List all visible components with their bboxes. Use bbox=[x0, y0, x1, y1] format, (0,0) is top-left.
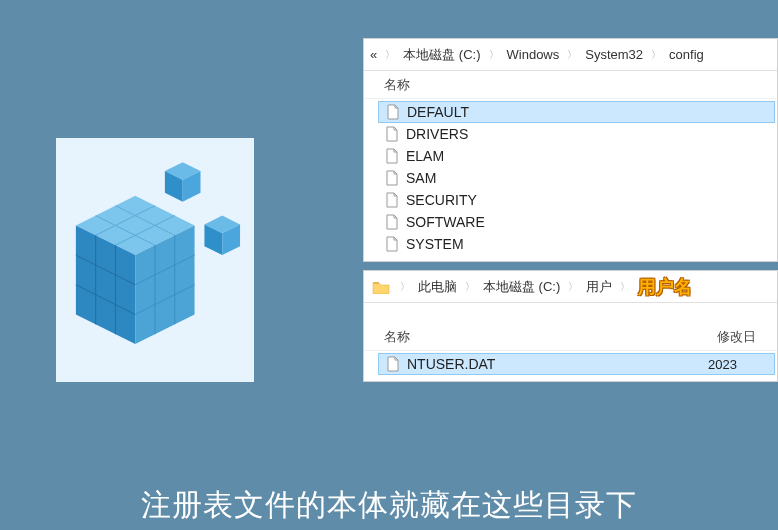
file-icon bbox=[384, 236, 400, 252]
breadcrumb[interactable]: « 〉 本地磁盘 (C:) 〉 Windows 〉 System32 〉 con… bbox=[364, 39, 777, 71]
file-row[interactable]: SECURITY bbox=[378, 189, 777, 211]
file-icon bbox=[384, 148, 400, 164]
file-icon bbox=[385, 356, 401, 372]
file-icon bbox=[385, 104, 401, 120]
file-row[interactable]: SYSTEM bbox=[378, 233, 777, 255]
breadcrumb-segment[interactable]: 本地磁盘 (C:) bbox=[401, 46, 482, 64]
breadcrumb-segment[interactable]: config bbox=[667, 47, 706, 62]
file-name: ELAM bbox=[406, 148, 771, 164]
file-name: SOFTWARE bbox=[406, 214, 771, 230]
column-headers: 名称 bbox=[364, 71, 777, 99]
chevron-right-icon: 〉 bbox=[459, 280, 481, 294]
column-header-name[interactable]: 名称 bbox=[384, 328, 717, 346]
file-icon bbox=[384, 192, 400, 208]
chevron-right-icon: 〉 bbox=[483, 48, 505, 62]
file-name: SAM bbox=[406, 170, 771, 186]
chevron-right-icon: 〉 bbox=[394, 280, 416, 294]
file-icon bbox=[384, 214, 400, 230]
breadcrumb-segment[interactable]: System32 bbox=[583, 47, 645, 62]
chevron-right-icon: 〉 bbox=[614, 280, 636, 294]
explorer-window-user: 〉 此电脑 〉 本地磁盘 (C:) 〉 用户 〉 用户名 名称 修改日 NTUS… bbox=[363, 270, 778, 382]
breadcrumb-segment[interactable]: 此电脑 bbox=[416, 278, 459, 296]
breadcrumb-segment[interactable]: 本地磁盘 (C:) bbox=[481, 278, 562, 296]
breadcrumb[interactable]: 〉 此电脑 〉 本地磁盘 (C:) 〉 用户 〉 用户名 bbox=[364, 271, 777, 303]
chevron-right-icon: 〉 bbox=[645, 48, 667, 62]
file-icon bbox=[384, 170, 400, 186]
file-name: DEFAULT bbox=[407, 104, 768, 120]
file-name: SYSTEM bbox=[406, 236, 771, 252]
chevron-right-icon: 〉 bbox=[561, 48, 583, 62]
column-header-name[interactable]: 名称 bbox=[384, 76, 777, 94]
breadcrumb-segment[interactable]: Windows bbox=[505, 47, 562, 62]
file-name: SECURITY bbox=[406, 192, 771, 208]
chevron-right-icon: 〉 bbox=[562, 280, 584, 294]
file-name: DRIVERS bbox=[406, 126, 771, 142]
file-icon bbox=[384, 126, 400, 142]
breadcrumb-segment-highlight[interactable]: 用户名 bbox=[636, 275, 694, 299]
breadcrumb-overflow[interactable]: « bbox=[368, 47, 379, 62]
chevron-right-icon: 〉 bbox=[379, 48, 401, 62]
folder-icon bbox=[372, 278, 390, 296]
file-date: 2023 bbox=[708, 357, 768, 372]
file-row[interactable]: DRIVERS bbox=[378, 123, 777, 145]
column-headers: 名称 修改日 bbox=[364, 323, 777, 351]
file-row[interactable]: DEFAULT bbox=[378, 101, 775, 123]
file-row[interactable]: NTUSER.DAT2023 bbox=[378, 353, 775, 375]
file-row[interactable]: ELAM bbox=[378, 145, 777, 167]
file-row[interactable]: SOFTWARE bbox=[378, 211, 777, 233]
file-list: DEFAULTDRIVERSELAMSAMSECURITYSOFTWARESYS… bbox=[364, 99, 777, 261]
column-header-date[interactable]: 修改日 bbox=[717, 328, 777, 346]
file-row[interactable]: SAM bbox=[378, 167, 777, 189]
file-name: NTUSER.DAT bbox=[407, 356, 708, 372]
breadcrumb-segment[interactable]: 用户 bbox=[584, 278, 614, 296]
file-list: NTUSER.DAT2023 bbox=[364, 351, 777, 381]
registry-cube-icon bbox=[56, 138, 254, 382]
explorer-window-config: « 〉 本地磁盘 (C:) 〉 Windows 〉 System32 〉 con… bbox=[363, 38, 778, 262]
caption-text: 注册表文件的本体就藏在这些目录下 bbox=[0, 485, 778, 526]
